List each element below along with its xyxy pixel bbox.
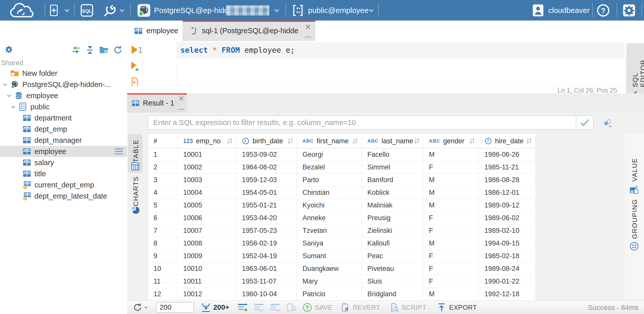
data-cell[interactable]: Preusig <box>362 212 423 224</box>
column-header-first_name[interactable]: ABCfirst_name <box>297 134 362 148</box>
chevron-down-icon[interactable] <box>2 81 8 88</box>
refresh-chevron-icon[interactable] <box>143 305 149 310</box>
connection-postgres-icon[interactable] <box>137 3 151 18</box>
data-cell[interactable]: 10002 <box>178 161 236 174</box>
data-cell[interactable]: 10001 <box>178 148 236 161</box>
sql-editor-button-icon[interactable]: SQL <box>80 4 94 17</box>
data-cell[interactable]: M <box>423 199 479 212</box>
data-cell[interactable]: 1989-06-02 <box>479 212 536 224</box>
data-cell[interactable]: Simmel <box>362 161 423 174</box>
sql-code-line[interactable]: select * FROM employee e; <box>180 46 295 55</box>
table-row[interactable]: 8100081958-02-19SaniyaKalloufiM1994-09-1… <box>148 237 536 250</box>
execute-query-icon[interactable] <box>130 45 139 55</box>
data-cell[interactable]: Georgi <box>297 148 362 161</box>
schema-selector-icon[interactable] <box>291 4 305 17</box>
data-cell[interactable]: 1963-06-01 <box>236 263 297 275</box>
schema-chevron-icon[interactable] <box>368 7 375 14</box>
row-number-cell[interactable]: 10 <box>148 263 178 275</box>
data-cell[interactable]: 10007 <box>178 224 236 237</box>
data-cell[interactable]: Kyoichi <box>297 199 362 212</box>
table-row[interactable]: 6100061953-04-20AnnekePreusigF1989-06-02 <box>148 212 536 224</box>
table-row[interactable]: 12100121960-10-04PatricioBridglandM1992-… <box>148 288 536 301</box>
collapse-all-icon[interactable] <box>85 45 95 55</box>
row-number-cell[interactable]: 7 <box>148 224 178 237</box>
data-cell[interactable]: 10011 <box>178 275 236 288</box>
tab-result-1[interactable]: Result - 1 <box>127 93 187 113</box>
refresh-tree-icon[interactable] <box>113 45 123 55</box>
data-cell[interactable]: M <box>423 174 479 186</box>
table-row[interactable]: 3100031959-12-03PartoBamfordM1986-08-28 <box>148 174 536 186</box>
data-cell[interactable]: 10008 <box>178 237 236 250</box>
column-header-birth_date[interactable]: birth_date <box>236 134 297 148</box>
table-row[interactable]: 9100091952-04-19SumantPeacF1985-02-18 <box>148 250 536 263</box>
data-cell[interactable]: Tzvetan <box>297 224 362 237</box>
sidebar-settings-gear-icon[interactable] <box>4 45 14 55</box>
data-cell[interactable]: Patricio <box>297 288 362 301</box>
data-cell[interactable]: Bridgland <box>362 288 423 301</box>
row-limit-input[interactable] <box>156 302 194 313</box>
data-cell[interactable]: 1989-02-10 <box>479 224 536 237</box>
data-cell[interactable]: 1954-05-01 <box>236 186 297 199</box>
data-cell[interactable]: F <box>423 212 479 224</box>
data-cell[interactable]: 1989-08-24 <box>479 263 536 275</box>
data-cell[interactable]: M <box>423 148 479 161</box>
data-cell[interactable]: 1986-12-01 <box>479 186 536 199</box>
column-header-last_name[interactable]: ABClast_name <box>362 134 423 148</box>
row-menu-hamburger-icon[interactable] <box>114 148 124 155</box>
data-cell[interactable]: 1955-01-21 <box>236 199 297 212</box>
tab-sql-1[interactable]: sql-1 (PostgreSQL@ep-hidde... <box>183 21 315 41</box>
column-header-emp_no[interactable]: 123emp_no <box>178 134 236 148</box>
close-icon[interactable] <box>178 95 184 101</box>
new-object-chevron-icon[interactable] <box>63 7 70 14</box>
data-cell[interactable]: M <box>423 186 479 199</box>
tree-item-department[interactable]: department <box>0 112 127 124</box>
table-row[interactable]: 2100021964-06-02BezalelSimmelF1985-11-21 <box>148 161 536 174</box>
data-cell[interactable]: Saniya <box>297 237 362 250</box>
data-cell[interactable]: F <box>423 275 479 288</box>
sql-editor[interactable]: 1 select * FROM employee e; <box>127 41 625 86</box>
connection-name[interactable]: PostgreSQL@ep-hidde <box>154 6 233 15</box>
add-folder-icon[interactable] <box>99 45 109 55</box>
data-cell[interactable]: 1992-12-18 <box>479 288 536 301</box>
tab-charts-view[interactable]: CHARTS <box>128 175 143 215</box>
data-cell[interactable]: Sumant <box>297 250 362 263</box>
row-number-cell[interactable]: 3 <box>148 174 178 186</box>
settings-gear-icon[interactable] <box>622 4 636 17</box>
tree-item-current-dept-emp[interactable]: current_dept_emp <box>0 179 127 190</box>
delete-row-icon[interactable] <box>270 302 280 313</box>
data-cell[interactable]: M <box>423 237 479 250</box>
sort-icon[interactable] <box>351 137 359 145</box>
column-header-gender[interactable]: ABCgender <box>423 134 479 148</box>
row-number-cell[interactable]: 12 <box>148 288 178 301</box>
data-cell[interactable]: Parto <box>297 174 362 186</box>
tree-item-dept-manager[interactable]: dept_manager <box>0 135 127 146</box>
sort-icon[interactable] <box>468 137 476 145</box>
data-cell[interactable]: 1952-04-19 <box>236 250 297 263</box>
tree-item-dept-emp[interactable]: dept_emp <box>0 124 127 135</box>
data-cell[interactable]: Sluis <box>362 275 423 288</box>
data-cell[interactable]: Maliniak <box>362 199 423 212</box>
sort-icon[interactable] <box>525 137 533 145</box>
user-name[interactable]: cloudbeaver <box>548 6 590 15</box>
schema-selector-label[interactable]: public@employee <box>308 6 369 15</box>
row-number-cell[interactable]: 11 <box>148 275 178 288</box>
data-cell[interactable]: Duangkaew <box>297 263 362 275</box>
value-panel-tab-label[interactable]: VALUE <box>631 156 639 182</box>
data-cell[interactable]: M <box>423 288 479 301</box>
new-object-icon[interactable] <box>48 4 61 17</box>
grouping-tab-label[interactable]: GROUPING <box>631 197 639 239</box>
row-number-cell[interactable]: 1 <box>148 148 178 161</box>
chevron-down-icon[interactable] <box>10 104 16 110</box>
data-cell[interactable]: F <box>423 263 479 275</box>
save-button[interactable]: SAVE <box>302 302 332 312</box>
script-button[interactable]: SCRIPT <box>389 302 426 312</box>
close-icon[interactable] <box>305 24 311 30</box>
data-cell[interactable]: Facello <box>362 148 423 161</box>
data-cell[interactable]: 1957-05-23 <box>236 224 297 237</box>
fetch-more-icon[interactable] <box>201 302 211 313</box>
sort-icon[interactable] <box>287 137 294 145</box>
filter-input[interactable] <box>148 115 576 130</box>
row-number-cell[interactable]: 8 <box>148 237 178 250</box>
row-number-cell[interactable]: 4 <box>148 186 178 199</box>
data-cell[interactable]: Mary <box>297 275 362 288</box>
